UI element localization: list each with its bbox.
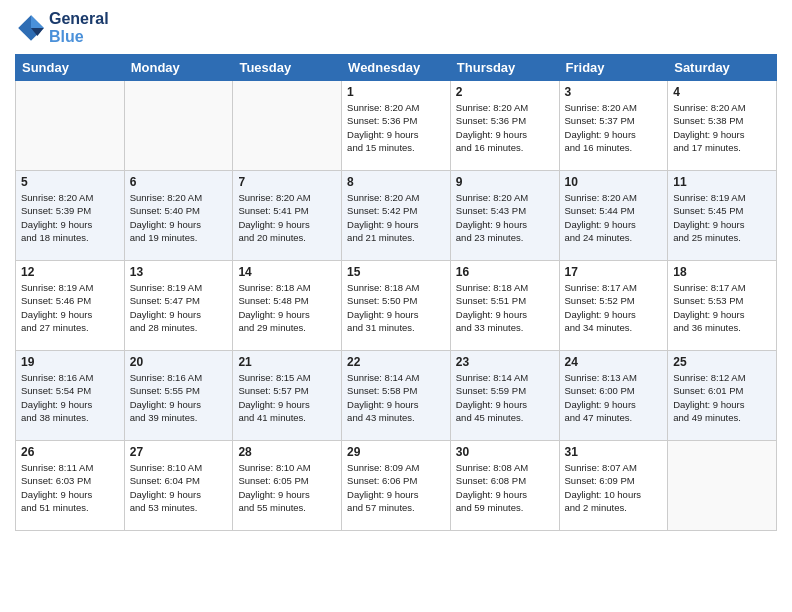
day-number: 8	[347, 175, 445, 189]
calendar-cell: 21Sunrise: 8:15 AM Sunset: 5:57 PM Dayli…	[233, 351, 342, 441]
day-header-thursday: Thursday	[450, 55, 559, 81]
calendar-cell: 1Sunrise: 8:20 AM Sunset: 5:36 PM Daylig…	[342, 81, 451, 171]
day-info: Sunrise: 8:09 AM Sunset: 6:06 PM Dayligh…	[347, 461, 445, 514]
day-number: 7	[238, 175, 336, 189]
day-number: 2	[456, 85, 554, 99]
calendar-cell: 26Sunrise: 8:11 AM Sunset: 6:03 PM Dayli…	[16, 441, 125, 531]
calendar-cell: 7Sunrise: 8:20 AM Sunset: 5:41 PM Daylig…	[233, 171, 342, 261]
calendar-cell	[668, 441, 777, 531]
week-row-2: 5Sunrise: 8:20 AM Sunset: 5:39 PM Daylig…	[16, 171, 777, 261]
day-number: 14	[238, 265, 336, 279]
calendar-cell: 28Sunrise: 8:10 AM Sunset: 6:05 PM Dayli…	[233, 441, 342, 531]
day-info: Sunrise: 8:20 AM Sunset: 5:36 PM Dayligh…	[456, 101, 554, 154]
day-info: Sunrise: 8:16 AM Sunset: 5:55 PM Dayligh…	[130, 371, 228, 424]
calendar-cell: 24Sunrise: 8:13 AM Sunset: 6:00 PM Dayli…	[559, 351, 668, 441]
day-number: 13	[130, 265, 228, 279]
logo-icon	[15, 12, 47, 44]
day-info: Sunrise: 8:10 AM Sunset: 6:05 PM Dayligh…	[238, 461, 336, 514]
day-number: 19	[21, 355, 119, 369]
day-info: Sunrise: 8:07 AM Sunset: 6:09 PM Dayligh…	[565, 461, 663, 514]
page-container: General Blue SundayMondayTuesdayWednesda…	[0, 0, 792, 541]
day-number: 25	[673, 355, 771, 369]
day-number: 1	[347, 85, 445, 99]
calendar-cell: 15Sunrise: 8:18 AM Sunset: 5:50 PM Dayli…	[342, 261, 451, 351]
day-info: Sunrise: 8:19 AM Sunset: 5:46 PM Dayligh…	[21, 281, 119, 334]
day-header-saturday: Saturday	[668, 55, 777, 81]
day-info: Sunrise: 8:15 AM Sunset: 5:57 PM Dayligh…	[238, 371, 336, 424]
calendar-cell: 6Sunrise: 8:20 AM Sunset: 5:40 PM Daylig…	[124, 171, 233, 261]
calendar-cell: 19Sunrise: 8:16 AM Sunset: 5:54 PM Dayli…	[16, 351, 125, 441]
day-info: Sunrise: 8:08 AM Sunset: 6:08 PM Dayligh…	[456, 461, 554, 514]
day-header-tuesday: Tuesday	[233, 55, 342, 81]
day-number: 11	[673, 175, 771, 189]
calendar-cell: 17Sunrise: 8:17 AM Sunset: 5:52 PM Dayli…	[559, 261, 668, 351]
logo: General Blue	[15, 10, 109, 46]
day-info: Sunrise: 8:20 AM Sunset: 5:38 PM Dayligh…	[673, 101, 771, 154]
calendar-cell: 31Sunrise: 8:07 AM Sunset: 6:09 PM Dayli…	[559, 441, 668, 531]
day-info: Sunrise: 8:20 AM Sunset: 5:36 PM Dayligh…	[347, 101, 445, 154]
calendar-cell: 30Sunrise: 8:08 AM Sunset: 6:08 PM Dayli…	[450, 441, 559, 531]
day-info: Sunrise: 8:18 AM Sunset: 5:50 PM Dayligh…	[347, 281, 445, 334]
calendar-cell	[233, 81, 342, 171]
day-info: Sunrise: 8:20 AM Sunset: 5:39 PM Dayligh…	[21, 191, 119, 244]
calendar-cell: 4Sunrise: 8:20 AM Sunset: 5:38 PM Daylig…	[668, 81, 777, 171]
day-info: Sunrise: 8:19 AM Sunset: 5:45 PM Dayligh…	[673, 191, 771, 244]
day-number: 23	[456, 355, 554, 369]
day-info: Sunrise: 8:17 AM Sunset: 5:53 PM Dayligh…	[673, 281, 771, 334]
day-number: 12	[21, 265, 119, 279]
header-row: SundayMondayTuesdayWednesdayThursdayFrid…	[16, 55, 777, 81]
day-info: Sunrise: 8:20 AM Sunset: 5:44 PM Dayligh…	[565, 191, 663, 244]
calendar-table: SundayMondayTuesdayWednesdayThursdayFrid…	[15, 54, 777, 531]
calendar-cell: 8Sunrise: 8:20 AM Sunset: 5:42 PM Daylig…	[342, 171, 451, 261]
day-info: Sunrise: 8:14 AM Sunset: 5:59 PM Dayligh…	[456, 371, 554, 424]
day-number: 18	[673, 265, 771, 279]
day-number: 28	[238, 445, 336, 459]
day-number: 9	[456, 175, 554, 189]
calendar-cell: 3Sunrise: 8:20 AM Sunset: 5:37 PM Daylig…	[559, 81, 668, 171]
logo-text: General Blue	[49, 10, 109, 46]
day-number: 22	[347, 355, 445, 369]
day-info: Sunrise: 8:14 AM Sunset: 5:58 PM Dayligh…	[347, 371, 445, 424]
calendar-cell: 11Sunrise: 8:19 AM Sunset: 5:45 PM Dayli…	[668, 171, 777, 261]
day-number: 16	[456, 265, 554, 279]
calendar-cell	[124, 81, 233, 171]
calendar-cell: 22Sunrise: 8:14 AM Sunset: 5:58 PM Dayli…	[342, 351, 451, 441]
header: General Blue	[15, 10, 777, 46]
day-info: Sunrise: 8:20 AM Sunset: 5:40 PM Dayligh…	[130, 191, 228, 244]
day-number: 17	[565, 265, 663, 279]
day-info: Sunrise: 8:17 AM Sunset: 5:52 PM Dayligh…	[565, 281, 663, 334]
calendar-cell	[16, 81, 125, 171]
calendar-cell: 10Sunrise: 8:20 AM Sunset: 5:44 PM Dayli…	[559, 171, 668, 261]
day-number: 6	[130, 175, 228, 189]
day-header-wednesday: Wednesday	[342, 55, 451, 81]
day-info: Sunrise: 8:20 AM Sunset: 5:42 PM Dayligh…	[347, 191, 445, 244]
calendar-cell: 12Sunrise: 8:19 AM Sunset: 5:46 PM Dayli…	[16, 261, 125, 351]
day-header-friday: Friday	[559, 55, 668, 81]
day-info: Sunrise: 8:20 AM Sunset: 5:43 PM Dayligh…	[456, 191, 554, 244]
day-number: 24	[565, 355, 663, 369]
calendar-cell: 27Sunrise: 8:10 AM Sunset: 6:04 PM Dayli…	[124, 441, 233, 531]
day-number: 15	[347, 265, 445, 279]
calendar-cell: 9Sunrise: 8:20 AM Sunset: 5:43 PM Daylig…	[450, 171, 559, 261]
calendar-cell: 5Sunrise: 8:20 AM Sunset: 5:39 PM Daylig…	[16, 171, 125, 261]
day-number: 4	[673, 85, 771, 99]
week-row-1: 1Sunrise: 8:20 AM Sunset: 5:36 PM Daylig…	[16, 81, 777, 171]
day-number: 27	[130, 445, 228, 459]
day-number: 29	[347, 445, 445, 459]
day-info: Sunrise: 8:19 AM Sunset: 5:47 PM Dayligh…	[130, 281, 228, 334]
day-number: 31	[565, 445, 663, 459]
day-number: 3	[565, 85, 663, 99]
calendar-cell: 29Sunrise: 8:09 AM Sunset: 6:06 PM Dayli…	[342, 441, 451, 531]
week-row-5: 26Sunrise: 8:11 AM Sunset: 6:03 PM Dayli…	[16, 441, 777, 531]
calendar-cell: 13Sunrise: 8:19 AM Sunset: 5:47 PM Dayli…	[124, 261, 233, 351]
calendar-cell: 2Sunrise: 8:20 AM Sunset: 5:36 PM Daylig…	[450, 81, 559, 171]
day-number: 26	[21, 445, 119, 459]
calendar-cell: 23Sunrise: 8:14 AM Sunset: 5:59 PM Dayli…	[450, 351, 559, 441]
week-row-4: 19Sunrise: 8:16 AM Sunset: 5:54 PM Dayli…	[16, 351, 777, 441]
calendar-cell: 25Sunrise: 8:12 AM Sunset: 6:01 PM Dayli…	[668, 351, 777, 441]
calendar-cell: 16Sunrise: 8:18 AM Sunset: 5:51 PM Dayli…	[450, 261, 559, 351]
calendar-cell: 14Sunrise: 8:18 AM Sunset: 5:48 PM Dayli…	[233, 261, 342, 351]
calendar-cell: 20Sunrise: 8:16 AM Sunset: 5:55 PM Dayli…	[124, 351, 233, 441]
day-number: 20	[130, 355, 228, 369]
day-info: Sunrise: 8:10 AM Sunset: 6:04 PM Dayligh…	[130, 461, 228, 514]
